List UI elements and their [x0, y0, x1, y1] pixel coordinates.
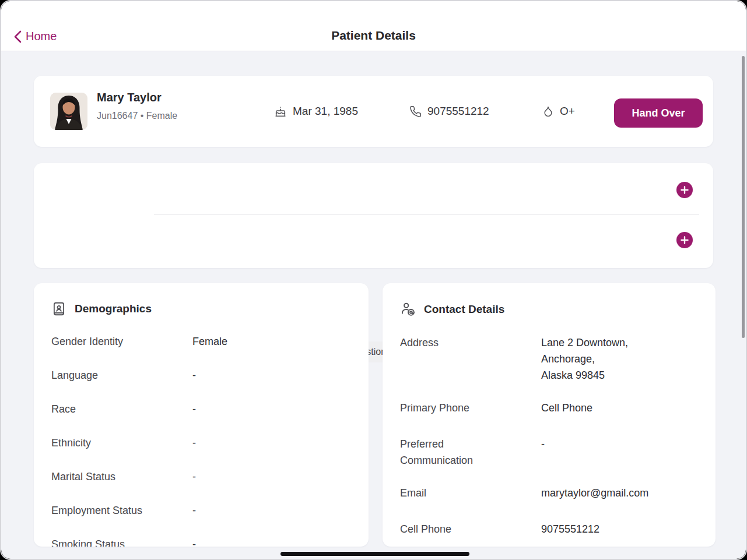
detail-row: Emailmarytaylor@gmail.com [400, 485, 698, 501]
home-indicator[interactable] [280, 552, 469, 556]
birthday-cake-icon [274, 105, 287, 118]
dob-value: Mar 31, 1985 [293, 105, 358, 118]
detail-row: Smoking Status- [51, 537, 351, 547]
row-value: Lane 2 Downtown, Anchorage, Alaska 99845 [541, 334, 628, 383]
row-label: Ethnicity [51, 436, 192, 450]
row-value: 9075551212 [541, 521, 599, 537]
plus-icon [681, 236, 689, 244]
plus-icon [681, 186, 689, 194]
row-value: - [192, 402, 196, 416]
hand-over-button[interactable]: Hand Over [614, 98, 703, 128]
detail-row: AddressLane 2 Downtown, Anchorage, Alask… [400, 334, 698, 383]
patient-name: Mary Taylor [97, 91, 162, 104]
blood-drop-icon [542, 105, 554, 117]
contact-book-icon [51, 301, 66, 316]
contact-details-title: Contact Details [424, 303, 504, 316]
forms-card: Questionnaires General medicine - intake… [34, 163, 713, 268]
blood-group-value: O+ [560, 105, 575, 118]
row-label: Gender Identity [51, 334, 192, 348]
contact-details-card: Contact Details AddressLane 2 Downtown, … [383, 283, 716, 547]
detail-row: Language- [51, 368, 351, 382]
device-frame: Home Patient Details Mary Taylor Jun1664… [0, 0, 747, 560]
blood-group: O+ [542, 105, 575, 118]
page-title: Patient Details [1, 29, 746, 43]
contact-details-header: Contact Details [400, 301, 504, 317]
nav-bar: Home Patient Details [1, 1, 746, 51]
row-label: Smoking Status [51, 537, 192, 547]
row-value: - [192, 368, 196, 382]
date-of-birth: Mar 31, 1985 [274, 105, 358, 118]
demographics-title: Demographics [75, 302, 152, 315]
patient-id-gender: Jun16647 • Female [97, 111, 177, 121]
row-label: Employment Status [51, 503, 192, 517]
add-consent-form-button[interactable] [676, 232, 693, 248]
vertical-scrollbar[interactable] [742, 56, 745, 338]
detail-row: Marital Status- [51, 470, 351, 484]
demographics-card: Demographics Gender IdentityFemale Langu… [34, 283, 369, 547]
row-value: Female [192, 334, 227, 348]
patient-avatar [50, 93, 87, 130]
contact-rows: AddressLane 2 Downtown, Anchorage, Alask… [383, 334, 716, 547]
patient-summary-card: Mary Taylor Jun16647 • Female Mar 31, 19… [34, 76, 713, 147]
row-label: Address [400, 334, 541, 351]
detail-row: Primary PhoneCell Phone [400, 400, 698, 416]
detail-row: Race- [51, 402, 351, 416]
detail-row: Employment Status- [51, 503, 351, 517]
demographics-rows: Gender IdentityFemale Language- Race- Et… [34, 334, 369, 547]
row-label: Primary Phone [400, 400, 541, 416]
row-label: Race [51, 402, 192, 416]
divider [154, 214, 699, 215]
row-value: marytaylor@gmail.com [541, 485, 648, 501]
row-label: Email [400, 485, 541, 501]
row-value: - [192, 436, 196, 450]
row-label: Marital Status [51, 470, 192, 484]
row-value: - [192, 503, 196, 517]
detail-row: Gender IdentityFemale [51, 334, 351, 348]
row-label: Language [51, 368, 192, 382]
patient-phone: 9075551212 [409, 105, 489, 118]
demographics-header: Demographics [51, 301, 152, 316]
row-value: Cell Phone [541, 400, 592, 416]
detail-row: Ethnicity- [51, 436, 351, 450]
row-label: Cell Phone [400, 521, 541, 537]
row-value: - [192, 537, 196, 547]
row-label: Preferred Communication [400, 436, 541, 469]
phone-icon [409, 105, 422, 118]
add-questionnaire-button[interactable] [676, 182, 693, 198]
detail-row: Preferred Communication- [400, 436, 698, 469]
phone-value: 9075551212 [427, 105, 489, 118]
row-value: - [192, 470, 196, 484]
patient-details-screen: Home Patient Details Mary Taylor Jun1664… [1, 1, 746, 559]
row-value: - [541, 436, 545, 452]
detail-row: Cell Phone9075551212 [400, 521, 698, 537]
person-at-icon [400, 301, 416, 317]
